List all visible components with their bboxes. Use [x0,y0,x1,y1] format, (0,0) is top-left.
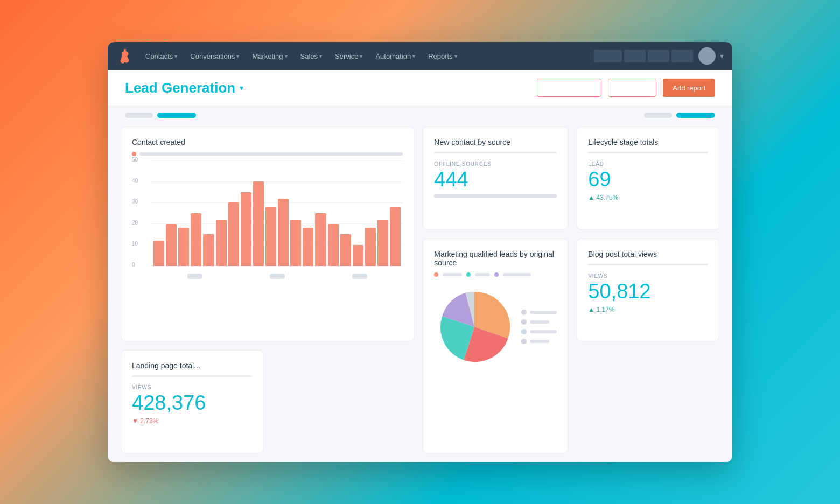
landing-change: ▼ 2.78% [132,417,252,425]
filter-button-1[interactable] [537,79,601,97]
bar-16 [353,245,363,266]
lifecycle-change: ▲ 43.75% [588,194,708,201]
page-title: Lead Generation [125,80,235,96]
nav-contacts-chevron: ▾ [174,53,177,59]
user-avatar[interactable] [698,47,716,65]
nav-conversations[interactable]: Conversations ▾ [185,49,244,64]
mql-bar-1 [443,273,462,276]
nav-pill-1 [624,50,646,62]
landing-source-label: VIEWS [132,384,252,390]
mql-pie-area [434,282,557,372]
mql-top-legend [434,272,557,277]
bar-2 [178,228,189,266]
nav-automation[interactable]: Automation ▾ [370,49,421,64]
nav-service[interactable]: Service ▾ [330,49,368,64]
navbar: Contacts ▾ Conversations ▾ Marketing ▾ S… [108,42,732,70]
landing-triangle: ▼ [132,417,138,425]
card-lifecycle-underline [588,152,708,153]
card-new-contact-title: New contact by source [434,138,557,146]
bar-17 [365,228,376,266]
nav-marketing-chevron: ▾ [285,53,288,59]
new-contact-source-label: OFFLINE SOURCES [434,161,557,167]
bar-10 [278,199,289,266]
blog-triangle: ▲ [588,306,594,313]
dashboard-grid: Contact created 50 40 30 20 10 0 [108,122,732,462]
card-landing-underline [132,375,252,377]
bar-8 [253,181,264,266]
browser-window: Contacts ▾ Conversations ▾ Marketing ▾ S… [108,42,732,462]
new-contact-value: 444 [434,169,557,190]
add-report-button[interactable]: Add report [663,79,715,97]
bar-11 [290,220,301,266]
page-header: Lead Generation ▾ Add report [108,70,732,106]
x-label-1 [187,274,202,279]
card-lifecycle-title: Lifecycle stage totals [588,138,708,146]
bar-1 [166,224,177,266]
nav-search-pill [594,50,622,62]
mql-legend-dot-4 [521,339,527,344]
x-label-3 [352,274,367,279]
lifecycle-triangle: ▲ [588,194,594,201]
bar-18 [377,220,388,266]
bar-4 [203,234,214,266]
mql-legend-item-3 [521,329,557,334]
page-title-area: Lead Generation ▾ [125,80,243,96]
card-contact-created: Contact created 50 40 30 20 10 0 [121,127,414,341]
nav-automation-chevron: ▾ [412,53,415,59]
nav-sales-chevron: ▾ [319,53,322,59]
bar-13 [315,213,326,266]
mql-legend-bar-1 [530,311,557,314]
nav-pill-2 [648,50,669,62]
blog-source-label: VIEWS [588,273,708,279]
bar-7 [241,192,251,266]
nav-sales[interactable]: Sales ▾ [295,49,328,64]
blog-value: 50,812 [588,281,708,302]
grid-label-0: 0 [132,262,135,268]
nav-contacts[interactable]: Contacts ▾ [140,49,183,64]
mql-dot-3 [494,272,499,277]
card-mql-title: Marketing qualified leads by original so… [434,250,557,267]
lifecycle-source-label: LEAD [588,161,708,167]
bar-0 [153,241,164,266]
contact-legend-bar [139,152,403,156]
nav-reports-chevron: ▾ [454,53,457,59]
filter-button-2[interactable] [608,79,656,97]
nav-service-chevron: ▾ [360,53,362,59]
card-blog-views: Blog post total views VIEWS 50,812 ▲ 1.1… [577,239,719,342]
new-contact-bar [434,194,557,198]
filter-pill-teal [157,113,196,118]
card-new-contact: New contact by source OFFLINE SOURCES 44… [423,127,568,230]
nav-conversations-chevron: ▾ [236,53,239,59]
grid-label-40: 40 [132,178,138,184]
mql-legend-dot-1 [521,310,527,315]
mql-legend-item-2 [521,319,557,325]
mql-pie-legend [521,310,557,344]
mql-legend-bar-2 [530,320,549,324]
bar-6 [228,202,239,266]
mql-legend-item-1 [521,310,557,315]
card-new-contact-underline [434,152,557,153]
bar-14 [328,224,339,266]
page-title-dropdown[interactable]: ▾ [240,83,243,92]
bars-container [151,160,403,266]
svg-point-0 [123,52,125,55]
nav-reports[interactable]: Reports ▾ [423,49,463,64]
nav-more-chevron[interactable]: ▾ [720,52,724,60]
x-label-2 [270,274,285,279]
filter-pill-teal-r [676,113,715,118]
filter-bar [108,106,732,122]
mql-legend-dot-2 [521,319,527,325]
mql-legend-bar-4 [530,340,549,343]
bar-9 [265,207,276,266]
bar-15 [340,234,351,266]
grid-label-50: 50 [132,157,138,163]
card-contact-created-title: Contact created [132,138,403,146]
card-blog-underline [588,264,708,265]
nav-marketing[interactable]: Marketing ▾ [247,49,292,64]
filter-pills-left [125,113,196,118]
bar-12 [303,228,313,266]
lifecycle-value: 69 [588,169,708,190]
filter-pills-right [644,113,715,118]
bar-5 [216,220,227,266]
filter-pill-gray [125,113,153,118]
